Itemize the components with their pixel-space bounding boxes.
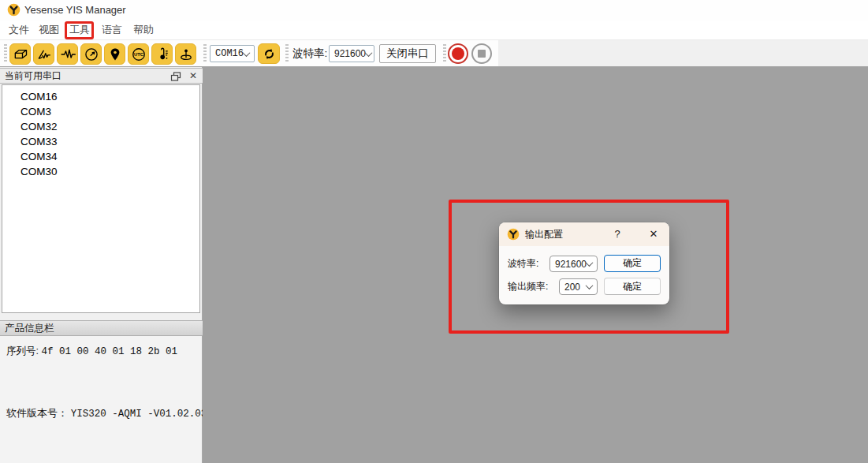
window-titlebar: Yesense YIS Manager: [0, 0, 868, 21]
dialog-baud-ok-button[interactable]: 确定: [604, 255, 661, 272]
record-circle-icon: [452, 47, 464, 60]
gauge-icon: [84, 47, 99, 62]
dialog-help-button[interactable]: ?: [609, 222, 625, 246]
dialog-title: 输出配置: [525, 228, 563, 241]
chevron-down-icon: [586, 282, 594, 289]
app-logo-icon: [7, 3, 20, 17]
float-panel-icon[interactable]: [170, 71, 181, 82]
product-info-panel: 序列号: 4f 01 00 40 01 18 2b 01 软件版本号： YIS3…: [0, 336, 202, 463]
dialog-baud-select[interactable]: 921600: [549, 256, 598, 272]
serial-number-label: 序列号:: [6, 345, 39, 357]
list-item-com-port[interactable]: COM16: [2, 89, 199, 104]
dock-header: 当前可用串口 ✕: [0, 68, 203, 84]
toolbar-button-temperature[interactable]: [151, 43, 173, 65]
svg-text:UTC: UTC: [134, 52, 144, 57]
utc-clock-icon: UTC: [131, 47, 147, 62]
product-info-title: 产品信息栏: [5, 321, 54, 335]
record-button[interactable]: [448, 43, 468, 64]
serial-port-dock: 当前可用串口 ✕ COM16 COM3 COM32 COM33 COM34 CO…: [0, 67, 203, 463]
serial-number-value: 4f 01 00 40 01 18 2b 01: [41, 346, 177, 357]
toolbar-drag-handle[interactable]: [4, 44, 7, 62]
dock-title: 当前可用串口: [5, 69, 61, 83]
baud-rate-select[interactable]: 921600: [329, 45, 374, 62]
dock-close-icon[interactable]: ✕: [188, 69, 199, 83]
signal-waveform-icon: [60, 47, 76, 62]
product-info-header: 产品信息栏: [0, 320, 203, 336]
dialog-freq-value: 200: [564, 282, 580, 293]
chevron-down-icon: [243, 49, 251, 57]
stop-button[interactable]: [471, 43, 492, 64]
dialog-close-icon[interactable]: ✕: [644, 222, 663, 246]
list-item-com-port[interactable]: COM32: [2, 119, 199, 134]
toolbar-button-waveform[interactable]: [57, 43, 78, 65]
software-version-row: 软件版本号： YIS320 -AQMI -V01.02.03;: [6, 406, 213, 420]
software-version-label: 软件版本号：: [6, 407, 68, 419]
com-port-list[interactable]: COM16 COM3 COM32 COM33 COM34 COM30: [2, 84, 200, 313]
magnetic-pin-icon: [178, 47, 194, 62]
refresh-ports-button[interactable]: [258, 43, 280, 64]
baud-rate-value: 921600: [334, 48, 366, 59]
chevron-down-icon: [586, 259, 594, 267]
software-version-value: YIS320 -AQMI -V01.02.03;: [71, 409, 213, 420]
toolbar-button-angle-plot[interactable]: [33, 43, 54, 65]
dialog-freq-label: 输出频率:: [508, 278, 548, 295]
stop-square-icon: [478, 50, 486, 58]
3d-cube-icon: [13, 47, 28, 62]
refresh-arrows-icon: [262, 47, 277, 62]
list-item-com-port[interactable]: COM33: [2, 134, 199, 149]
location-pin-icon: [107, 47, 123, 62]
dialog-baud-value: 921600: [555, 259, 587, 270]
list-item-com-port[interactable]: COM34: [2, 149, 199, 164]
toolbar-button-calibration[interactable]: [175, 43, 196, 65]
com-port-value: COM16: [215, 48, 244, 59]
red-annotation-menu-tools: [65, 21, 94, 39]
toolbar-button-utc-time[interactable]: UTC: [128, 43, 149, 65]
dialog-baud-label: 波特率:: [508, 256, 538, 272]
menu-file[interactable]: 文件: [6, 21, 32, 39]
menu-language[interactable]: 语言: [99, 21, 125, 39]
toolbar-icon-group: UTC: [9, 43, 196, 65]
toolbar-drag-handle[interactable]: [203, 44, 207, 62]
toolbar-button-3d-view[interactable]: [9, 43, 31, 65]
list-item-com-port[interactable]: COM30: [2, 164, 199, 179]
baud-rate-label: 波特率:: [292, 40, 327, 66]
toolbar-button-gauge[interactable]: [80, 43, 102, 65]
chevron-down-icon: [365, 49, 373, 57]
dialog-freq-select[interactable]: 200: [559, 278, 598, 295]
serial-number-row: 序列号: 4f 01 00 40 01 18 2b 01: [6, 345, 177, 358]
thermometer-icon: [155, 47, 170, 62]
output-config-dialog: 输出配置 ? ✕ 波特率: 921600 确定 输出频率: 200 确定: [499, 222, 669, 304]
app-logo-icon: [507, 228, 520, 241]
dialog-freq-ok-button[interactable]: 确定: [604, 278, 661, 295]
toolbar-drag-handle[interactable]: [443, 44, 446, 62]
list-item-com-port[interactable]: COM3: [2, 104, 199, 119]
window-title: Yesense YIS Manager: [24, 0, 126, 21]
close-serial-button[interactable]: 关闭串口: [379, 44, 436, 63]
toolbar-drag-handle[interactable]: [285, 44, 289, 62]
angle-waveform-icon: [36, 47, 52, 62]
menu-help[interactable]: 帮助: [131, 21, 156, 39]
toolbar-button-location[interactable]: [104, 43, 125, 65]
menu-view[interactable]: 视图: [36, 21, 61, 39]
com-port-select[interactable]: COM16: [210, 45, 255, 62]
